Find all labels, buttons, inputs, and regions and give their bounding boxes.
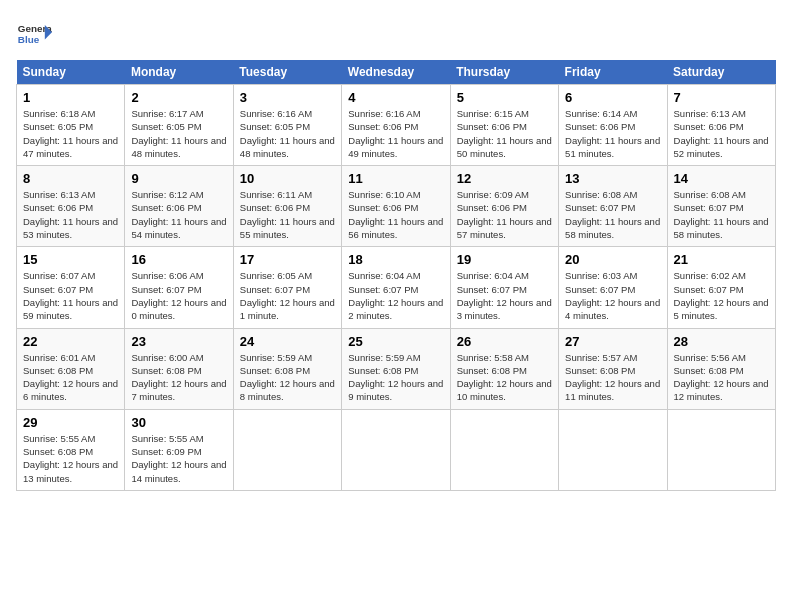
day-number: 6 <box>565 90 660 105</box>
day-number: 13 <box>565 171 660 186</box>
week-row-3: 15 Sunrise: 6:07 AMSunset: 6:07 PMDaylig… <box>17 247 776 328</box>
calendar-cell: 29 Sunrise: 5:55 AMSunset: 6:08 PMDaylig… <box>17 409 125 490</box>
calendar-cell: 12 Sunrise: 6:09 AMSunset: 6:06 PMDaylig… <box>450 166 558 247</box>
calendar-cell: 6 Sunrise: 6:14 AMSunset: 6:06 PMDayligh… <box>559 85 667 166</box>
day-number: 16 <box>131 252 226 267</box>
day-info: Sunrise: 6:04 AMSunset: 6:07 PMDaylight:… <box>457 270 552 321</box>
day-info: Sunrise: 6:08 AMSunset: 6:07 PMDaylight:… <box>565 189 660 240</box>
day-info: Sunrise: 6:01 AMSunset: 6:08 PMDaylight:… <box>23 352 118 403</box>
day-number: 20 <box>565 252 660 267</box>
logo-icon: General Blue <box>16 16 52 52</box>
calendar-cell: 21 Sunrise: 6:02 AMSunset: 6:07 PMDaylig… <box>667 247 775 328</box>
week-row-5: 29 Sunrise: 5:55 AMSunset: 6:08 PMDaylig… <box>17 409 776 490</box>
calendar-cell: 14 Sunrise: 6:08 AMSunset: 6:07 PMDaylig… <box>667 166 775 247</box>
day-number: 14 <box>674 171 769 186</box>
day-number: 30 <box>131 415 226 430</box>
day-header-wednesday: Wednesday <box>342 60 450 85</box>
day-number: 21 <box>674 252 769 267</box>
calendar-cell: 7 Sunrise: 6:13 AMSunset: 6:06 PMDayligh… <box>667 85 775 166</box>
day-header-friday: Friday <box>559 60 667 85</box>
calendar-cell: 18 Sunrise: 6:04 AMSunset: 6:07 PMDaylig… <box>342 247 450 328</box>
calendar-cell: 10 Sunrise: 6:11 AMSunset: 6:06 PMDaylig… <box>233 166 341 247</box>
calendar-cell: 25 Sunrise: 5:59 AMSunset: 6:08 PMDaylig… <box>342 328 450 409</box>
day-header-sunday: Sunday <box>17 60 125 85</box>
calendar-cell: 23 Sunrise: 6:00 AMSunset: 6:08 PMDaylig… <box>125 328 233 409</box>
day-info: Sunrise: 6:02 AMSunset: 6:07 PMDaylight:… <box>674 270 769 321</box>
page-header: General Blue <box>16 16 776 52</box>
day-info: Sunrise: 5:59 AMSunset: 6:08 PMDaylight:… <box>348 352 443 403</box>
day-info: Sunrise: 6:04 AMSunset: 6:07 PMDaylight:… <box>348 270 443 321</box>
day-info: Sunrise: 5:59 AMSunset: 6:08 PMDaylight:… <box>240 352 335 403</box>
calendar-cell: 17 Sunrise: 6:05 AMSunset: 6:07 PMDaylig… <box>233 247 341 328</box>
calendar-cell: 24 Sunrise: 5:59 AMSunset: 6:08 PMDaylig… <box>233 328 341 409</box>
calendar-cell: 1 Sunrise: 6:18 AMSunset: 6:05 PMDayligh… <box>17 85 125 166</box>
day-number: 22 <box>23 334 118 349</box>
day-info: Sunrise: 6:09 AMSunset: 6:06 PMDaylight:… <box>457 189 552 240</box>
logo: General Blue <box>16 16 52 52</box>
day-info: Sunrise: 5:58 AMSunset: 6:08 PMDaylight:… <box>457 352 552 403</box>
calendar-cell: 20 Sunrise: 6:03 AMSunset: 6:07 PMDaylig… <box>559 247 667 328</box>
day-number: 1 <box>23 90 118 105</box>
day-info: Sunrise: 6:07 AMSunset: 6:07 PMDaylight:… <box>23 270 118 321</box>
calendar-cell <box>342 409 450 490</box>
day-info: Sunrise: 5:57 AMSunset: 6:08 PMDaylight:… <box>565 352 660 403</box>
calendar-cell: 9 Sunrise: 6:12 AMSunset: 6:06 PMDayligh… <box>125 166 233 247</box>
day-header-monday: Monday <box>125 60 233 85</box>
calendar-table: SundayMondayTuesdayWednesdayThursdayFrid… <box>16 60 776 491</box>
day-info: Sunrise: 6:12 AMSunset: 6:06 PMDaylight:… <box>131 189 226 240</box>
calendar-cell: 11 Sunrise: 6:10 AMSunset: 6:06 PMDaylig… <box>342 166 450 247</box>
day-number: 15 <box>23 252 118 267</box>
calendar-cell: 13 Sunrise: 6:08 AMSunset: 6:07 PMDaylig… <box>559 166 667 247</box>
calendar-cell: 3 Sunrise: 6:16 AMSunset: 6:05 PMDayligh… <box>233 85 341 166</box>
day-number: 3 <box>240 90 335 105</box>
day-number: 28 <box>674 334 769 349</box>
day-number: 9 <box>131 171 226 186</box>
day-header-thursday: Thursday <box>450 60 558 85</box>
day-info: Sunrise: 6:15 AMSunset: 6:06 PMDaylight:… <box>457 108 552 159</box>
calendar-cell: 22 Sunrise: 6:01 AMSunset: 6:08 PMDaylig… <box>17 328 125 409</box>
header-row: SundayMondayTuesdayWednesdayThursdayFrid… <box>17 60 776 85</box>
day-number: 24 <box>240 334 335 349</box>
day-number: 4 <box>348 90 443 105</box>
day-number: 7 <box>674 90 769 105</box>
day-number: 8 <box>23 171 118 186</box>
calendar-cell <box>667 409 775 490</box>
day-info: Sunrise: 6:16 AMSunset: 6:06 PMDaylight:… <box>348 108 443 159</box>
week-row-1: 1 Sunrise: 6:18 AMSunset: 6:05 PMDayligh… <box>17 85 776 166</box>
calendar-cell: 16 Sunrise: 6:06 AMSunset: 6:07 PMDaylig… <box>125 247 233 328</box>
day-info: Sunrise: 6:16 AMSunset: 6:05 PMDaylight:… <box>240 108 335 159</box>
day-number: 2 <box>131 90 226 105</box>
calendar-cell <box>233 409 341 490</box>
day-info: Sunrise: 6:00 AMSunset: 6:08 PMDaylight:… <box>131 352 226 403</box>
day-number: 17 <box>240 252 335 267</box>
calendar-cell: 8 Sunrise: 6:13 AMSunset: 6:06 PMDayligh… <box>17 166 125 247</box>
calendar-cell: 2 Sunrise: 6:17 AMSunset: 6:05 PMDayligh… <box>125 85 233 166</box>
calendar-cell <box>559 409 667 490</box>
day-number: 18 <box>348 252 443 267</box>
day-info: Sunrise: 6:10 AMSunset: 6:06 PMDaylight:… <box>348 189 443 240</box>
day-number: 11 <box>348 171 443 186</box>
day-header-saturday: Saturday <box>667 60 775 85</box>
day-number: 10 <box>240 171 335 186</box>
day-number: 25 <box>348 334 443 349</box>
day-info: Sunrise: 6:14 AMSunset: 6:06 PMDaylight:… <box>565 108 660 159</box>
day-number: 5 <box>457 90 552 105</box>
day-info: Sunrise: 6:08 AMSunset: 6:07 PMDaylight:… <box>674 189 769 240</box>
calendar-cell: 19 Sunrise: 6:04 AMSunset: 6:07 PMDaylig… <box>450 247 558 328</box>
day-info: Sunrise: 5:55 AMSunset: 6:09 PMDaylight:… <box>131 433 226 484</box>
day-info: Sunrise: 5:55 AMSunset: 6:08 PMDaylight:… <box>23 433 118 484</box>
week-row-4: 22 Sunrise: 6:01 AMSunset: 6:08 PMDaylig… <box>17 328 776 409</box>
day-info: Sunrise: 6:05 AMSunset: 6:07 PMDaylight:… <box>240 270 335 321</box>
day-info: Sunrise: 6:17 AMSunset: 6:05 PMDaylight:… <box>131 108 226 159</box>
day-number: 12 <box>457 171 552 186</box>
day-number: 29 <box>23 415 118 430</box>
day-info: Sunrise: 6:18 AMSunset: 6:05 PMDaylight:… <box>23 108 118 159</box>
day-header-tuesday: Tuesday <box>233 60 341 85</box>
day-number: 26 <box>457 334 552 349</box>
calendar-cell: 30 Sunrise: 5:55 AMSunset: 6:09 PMDaylig… <box>125 409 233 490</box>
calendar-cell: 27 Sunrise: 5:57 AMSunset: 6:08 PMDaylig… <box>559 328 667 409</box>
day-info: Sunrise: 6:13 AMSunset: 6:06 PMDaylight:… <box>674 108 769 159</box>
day-info: Sunrise: 5:56 AMSunset: 6:08 PMDaylight:… <box>674 352 769 403</box>
day-number: 19 <box>457 252 552 267</box>
day-number: 27 <box>565 334 660 349</box>
